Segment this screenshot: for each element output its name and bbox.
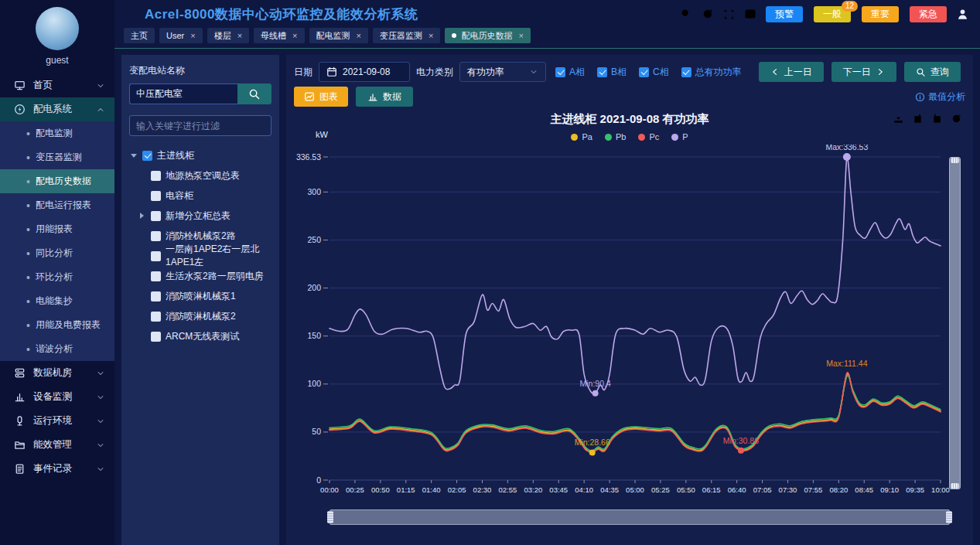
avatar[interactable] [36, 7, 79, 50]
slider-handle[interactable] [951, 158, 959, 163]
fullscreen-icon[interactable] [723, 9, 735, 20]
sidebar-item-谐波分析[interactable]: •谐波分析 [0, 337, 114, 361]
refresh-icon[interactable] [951, 113, 962, 124]
chart-header: 主进线柜 2021-09-08 有功功率 [294, 109, 965, 129]
user-icon[interactable] [956, 8, 969, 21]
slider-handle[interactable] [327, 511, 333, 523]
slider-handle[interactable] [951, 483, 959, 489]
checkbox[interactable] [681, 67, 691, 77]
tab-母线槽[interactable]: 母线槽× [254, 28, 304, 43]
legend-item-P[interactable]: P [671, 132, 688, 141]
menu-toggle-icon[interactable] [124, 8, 137, 21]
checkbox[interactable] [142, 151, 152, 161]
tree-node-新增分立柜总表[interactable]: 新增分立柜总表 [129, 206, 271, 226]
sidebar-item-电能集抄[interactable]: •电能集抄 [0, 289, 114, 313]
sidebar-item-用能及电费报表[interactable]: •用能及电费报表 [0, 313, 114, 337]
tab-楼层[interactable]: 楼层× [207, 28, 249, 43]
checkbox[interactable] [151, 191, 161, 201]
checkbox[interactable] [151, 291, 161, 301]
tab-close-icon[interactable]: × [237, 31, 242, 40]
sidebar-item-设备监测[interactable]: 设备监测 [0, 385, 114, 409]
tab-close-icon[interactable]: × [518, 31, 523, 40]
collapse-arrow-icon[interactable] [140, 213, 144, 219]
checkbox-B相[interactable]: B相 [597, 66, 627, 79]
line-chart[interactable]: 050100150200250300336.5300:0000:2500:500… [294, 145, 953, 506]
tree-filter-input[interactable] [129, 115, 271, 136]
legend-item-Pc[interactable]: Pc [638, 132, 659, 141]
tree-node-一层南1APE2右一层北1APE1左[interactable]: 一层南1APE2右一层北1APE1左 [129, 246, 271, 266]
legend-item-Pa[interactable]: Pa [571, 132, 592, 141]
checkbox-A相[interactable]: A相 [555, 66, 585, 79]
chart-view-button[interactable]: 图表 [294, 87, 348, 107]
sidebar-item-配电系统[interactable]: 配电系统 [0, 97, 114, 121]
tree-node-地源热泵空调总表[interactable]: 地源热泵空调总表 [129, 165, 271, 186]
tree-node-电容柜[interactable]: 电容柜 [129, 186, 271, 206]
refresh-icon[interactable] [702, 8, 714, 20]
checkbox[interactable] [151, 312, 161, 322]
checkbox[interactable] [151, 211, 161, 221]
sidebar-item-首页[interactable]: 首页 [0, 73, 114, 97]
tree-node-生活水泵2路一层弱电房[interactable]: 生活水泵2路一层弱电房 [129, 266, 271, 286]
query-button[interactable]: 查询 [904, 62, 961, 82]
prev-day-button[interactable]: 上一日 [759, 62, 824, 82]
checkbox[interactable] [151, 271, 161, 281]
sidebar-item-变压器监测[interactable]: •变压器监测 [0, 145, 114, 169]
svg-text:09:35: 09:35 [906, 485, 924, 494]
tab-close-icon[interactable]: × [292, 31, 297, 40]
tree-node-主进线柜[interactable]: 主进线柜 [129, 145, 271, 165]
sidebar-item-能效管理[interactable]: 能效管理 [0, 433, 114, 457]
tab-配电监测[interactable]: 配电监测× [309, 28, 368, 43]
tab-变压器监测[interactable]: 变压器监测× [373, 28, 440, 43]
vertical-zoom-slider[interactable] [949, 157, 961, 489]
tree-node-消防喷淋机械泵1[interactable]: 消防喷淋机械泵1 [129, 286, 271, 306]
checkbox-C相[interactable]: C相 [639, 66, 669, 79]
alert-button-紧急[interactable]: 紧急 [910, 6, 947, 22]
sidebar-item-同比分析[interactable]: •同比分析 [0, 241, 114, 265]
search-icon[interactable] [680, 8, 692, 20]
sidebar-item-配电运行报表[interactable]: •配电运行报表 [0, 193, 114, 217]
sidebar-item-配电监测[interactable]: •配电监测 [0, 121, 114, 145]
tree-node-消防喷淋机械泵2[interactable]: 消防喷淋机械泵2 [129, 306, 271, 326]
slider-handle[interactable] [946, 511, 952, 523]
sidebar-item-事件记录[interactable]: 事件记录 [0, 457, 114, 481]
station-input[interactable] [129, 83, 237, 104]
restore-icon[interactable] [912, 113, 924, 124]
peak-analysis-link[interactable]: 最值分析 [915, 90, 965, 104]
power-category-select[interactable]: 有功功率 [459, 62, 546, 82]
download-icon[interactable] [893, 113, 904, 124]
sidebar-item-配电历史数据[interactable]: •配电历史数据 [0, 169, 114, 193]
translate-icon[interactable] [744, 8, 756, 20]
checkbox[interactable] [151, 251, 161, 261]
tab-close-icon[interactable]: × [190, 31, 195, 40]
checkbox-总有功功率[interactable]: 总有功功率 [681, 66, 742, 79]
sidebar-item-用能报表[interactable]: •用能报表 [0, 217, 114, 241]
alert-button-重要[interactable]: 重要 [862, 6, 899, 22]
data-view-button[interactable]: 数据 [356, 87, 413, 107]
tab-close-icon[interactable]: × [429, 31, 433, 40]
checkbox[interactable] [151, 171, 161, 181]
alert-button-一般[interactable]: 一般12 [814, 6, 851, 22]
date-picker[interactable]: 2021-09-08 [319, 62, 410, 82]
sidebar-item-环比分析[interactable]: •环比分析 [0, 265, 114, 289]
tree-node-ARCM无线表测试[interactable]: ARCM无线表测试 [129, 326, 271, 346]
checkbox[interactable] [597, 67, 607, 77]
tab-close-icon[interactable]: × [357, 31, 361, 40]
tab-主页[interactable]: 主页 [124, 28, 155, 43]
data-view-icon[interactable] [931, 113, 943, 124]
svg-text:08:45: 08:45 [855, 485, 873, 494]
checkbox[interactable] [151, 231, 161, 241]
checkbox[interactable] [555, 67, 565, 77]
checkbox[interactable] [639, 67, 649, 77]
tab-User[interactable]: User× [159, 28, 203, 43]
sidebar-item-数据机房[interactable]: 数据机房 [0, 361, 114, 385]
legend-item-Pb[interactable]: Pb [605, 132, 626, 141]
sidebar-item-运行环境[interactable]: 运行环境 [0, 409, 114, 433]
content: 变配电站名称 主进线柜地源热泵空调总表电容柜新增分立柜总表消防栓机械泵2路一层南… [114, 49, 980, 545]
station-search-button[interactable] [237, 83, 271, 104]
horizontal-zoom-slider[interactable] [330, 509, 950, 525]
alert-button-预警[interactable]: 预警 [766, 6, 803, 22]
next-day-button[interactable]: 下一日 [831, 62, 896, 82]
checkbox[interactable] [151, 332, 161, 342]
expand-arrow-icon[interactable] [131, 154, 137, 158]
tab-配电历史数据[interactable]: 配电历史数据× [445, 28, 530, 43]
